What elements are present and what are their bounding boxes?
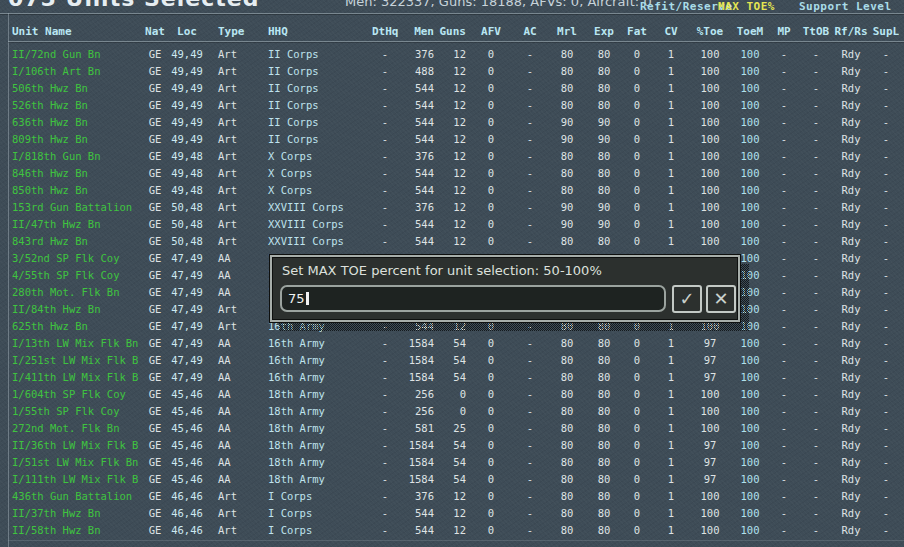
cell-nat: GE [142, 250, 168, 267]
table-row[interactable]: I/13th LW Mix Flk BnGE47,49AA16th Army-1… [10, 335, 904, 352]
cell-exp: 80 [586, 63, 622, 80]
cell-nat: GE [142, 369, 168, 386]
cell-fat: 0 [622, 114, 652, 131]
cell-exp: 90 [586, 216, 622, 233]
column-header-mp[interactable]: MP [770, 23, 798, 41]
column-header-supl[interactable]: SupL [868, 23, 904, 41]
table-row[interactable]: 272nd Mot. Flk BnGE45,46AA18th Army-5812… [10, 420, 904, 437]
table-row[interactable]: 843rd Hwz BnGE50,48ArtXXVIII Corps-54412… [10, 233, 904, 250]
table-row[interactable]: 1/604th SP Flk CoyGE45,46AA18th Army-256… [10, 386, 904, 403]
cell-ttob: - [798, 233, 834, 250]
table-row[interactable]: I/111th LW Mix Flk BGE45,46AA18th Army-1… [10, 471, 904, 488]
table-row[interactable]: I/106th Art BnGE49,49ArtII Corps-488120-… [10, 63, 904, 80]
cell-cv: 1 [652, 148, 690, 165]
table-row[interactable]: II/58th Hwz BnGE46,46ArtI Corps-544120-8… [10, 522, 904, 539]
cell-exp: 80 [586, 46, 622, 63]
table-row[interactable]: 809th Hwz BnGE49,49ArtII Corps-544120-90… [10, 131, 904, 148]
link-max-toe[interactable]: MAX TOE% [718, 0, 775, 13]
column-header-mrl[interactable]: Mrl [548, 23, 586, 41]
table-row[interactable]: I/411th LW Mix Flk BGE47,49AA16th Army-1… [10, 369, 904, 386]
cell-afv: 0 [470, 335, 512, 352]
cell-guns: 54 [436, 454, 470, 471]
cell-loc: 45,46 [168, 403, 206, 420]
cell-mp: - [770, 488, 798, 505]
cell-toem: 100 [730, 46, 770, 63]
column-header-exp[interactable]: Exp [586, 23, 622, 41]
link-support-level[interactable]: Support Level [799, 0, 892, 13]
cell-mrl: 80 [548, 80, 586, 97]
cell-mrl: 80 [548, 420, 586, 437]
column-header-toem[interactable]: ToeM [730, 23, 770, 41]
cell-type: Art [206, 505, 262, 522]
column-header-rfrs[interactable]: Rf/Rs [834, 23, 868, 41]
max-toe-input[interactable]: 75 [280, 285, 666, 312]
cell-nat: GE [142, 80, 168, 97]
table-row[interactable]: I/251st LW Mix Flk BGE47,49AA16th Army-1… [10, 352, 904, 369]
cell-ac: - [512, 63, 548, 80]
cell-loc: 47,49 [168, 352, 206, 369]
cell-nat: GE [142, 131, 168, 148]
column-header-type[interactable]: Type [206, 23, 262, 41]
cell-supl: - [868, 284, 904, 301]
column-header-men[interactable]: Men [398, 23, 436, 41]
cell-men: 376 [398, 199, 436, 216]
column-header-name[interactable]: Unit Name [10, 23, 142, 41]
table-row[interactable]: II/36th LW Mix Flk BGE45,46AA18th Army-1… [10, 437, 904, 454]
x-icon: ✕ [713, 288, 728, 309]
cell-toem: 100 [730, 80, 770, 97]
cell-nat: GE [142, 454, 168, 471]
column-header-guns[interactable]: Guns [436, 23, 470, 41]
column-header-toe[interactable]: %Toe [690, 23, 730, 41]
column-header-afv[interactable]: AFV [470, 23, 512, 41]
table-row[interactable]: 526th Hwz BnGE49,49ArtII Corps-544120-80… [10, 97, 904, 114]
table-row[interactable]: I/51st LW Mix Flk BnGE45,46AA18th Army-1… [10, 454, 904, 471]
cell-type: Art [206, 199, 262, 216]
cell-toe: 97 [690, 454, 730, 471]
cell-toe: 100 [690, 403, 730, 420]
cell-nat: GE [142, 488, 168, 505]
cell-afv: 0 [470, 46, 512, 63]
column-header-hhq[interactable]: HHQ [262, 23, 372, 41]
cell-exp: 80 [586, 182, 622, 199]
column-header-loc[interactable]: Loc [168, 23, 206, 41]
cell-mrl: 80 [548, 471, 586, 488]
cell-mp: - [770, 335, 798, 352]
column-header-nat[interactable]: Nat [142, 23, 168, 41]
table-row[interactable]: II/37th Hwz BnGE46,46ArtI Corps-544120-8… [10, 505, 904, 522]
table-row[interactable]: II/72nd Gun BnGE49,49ArtII Corps-376120-… [10, 46, 904, 63]
table-row[interactable]: 1/55th SP Flk CoyGE45,46AA18th Army-2560… [10, 403, 904, 420]
cell-guns: 12 [436, 80, 470, 97]
cell-afv: 0 [470, 148, 512, 165]
table-row[interactable]: 850th Hwz BnGE49,48ArtX Corps-544120-808… [10, 182, 904, 199]
cell-toe: 100 [690, 199, 730, 216]
column-header-dthq[interactable]: DtHq [372, 23, 398, 41]
column-header-fat[interactable]: Fat [622, 23, 652, 41]
cell-mrl: 80 [548, 46, 586, 63]
cell-cv: 1 [652, 335, 690, 352]
column-header-ac[interactable]: AC [512, 23, 548, 41]
cell-guns: 12 [436, 182, 470, 199]
cell-mp: - [770, 471, 798, 488]
cell-men: 376 [398, 46, 436, 63]
cell-ac: - [512, 80, 548, 97]
cancel-button[interactable]: ✕ [706, 285, 736, 313]
table-row[interactable]: 636th Hwz BnGE49,49ArtII Corps-544120-90… [10, 114, 904, 131]
cell-toe: 100 [690, 165, 730, 182]
column-header-ttob[interactable]: TtOB [798, 23, 834, 41]
cell-afv: 0 [470, 165, 512, 182]
table-row[interactable]: 153rd Gun BattalionGE50,48ArtXXVIII Corp… [10, 199, 904, 216]
cell-dthq: - [372, 63, 398, 80]
table-row[interactable]: 506th Hwz BnGE49,49ArtII Corps-544120-80… [10, 80, 904, 97]
column-header-cv[interactable]: CV [652, 23, 690, 41]
table-row[interactable]: 436th Gun BattalionGE46,46ArtI Corps-376… [10, 488, 904, 505]
cell-type: Art [206, 216, 262, 233]
table-row[interactable]: I/818th Gun BnGE49,48ArtX Corps-376120-8… [10, 148, 904, 165]
cell-ttob: - [798, 199, 834, 216]
table-row[interactable]: II/47th Hwz BnGE50,48ArtXXVIII Corps-544… [10, 216, 904, 233]
confirm-button[interactable]: ✓ [672, 285, 702, 313]
cell-exp: 80 [586, 165, 622, 182]
cell-loc: 47,49 [168, 267, 206, 284]
table-row[interactable]: 846th Hwz BnGE49,48ArtX Corps-544120-808… [10, 165, 904, 182]
cell-ttob: - [798, 148, 834, 165]
cell-rfrs: Rdy [834, 386, 868, 403]
